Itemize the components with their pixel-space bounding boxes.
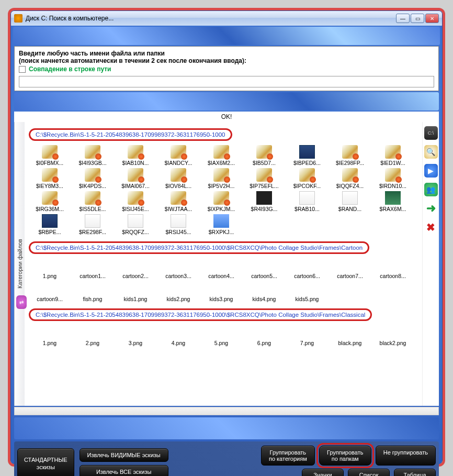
standard-thumbs-button[interactable]: СТАНДАРТНЫЕ эскизы xyxy=(17,448,74,476)
list-item[interactable]: cartoon1... xyxy=(72,258,114,279)
file-name: $ISIJ45E... xyxy=(115,206,156,212)
list-item[interactable]: $RQQFZ... xyxy=(115,214,156,235)
list-item[interactable]: cartoon4... xyxy=(200,258,242,279)
list-item[interactable]: black.png xyxy=(329,325,371,346)
list-item[interactable]: fish.png xyxy=(72,281,114,302)
list-item[interactable]: $IPCOKF... xyxy=(286,168,328,189)
list-item[interactable]: kids3.png xyxy=(200,281,242,302)
list-item[interactable]: $IP75EFL... xyxy=(243,168,285,189)
list-item[interactable]: $IMAI067... xyxy=(115,168,156,189)
thumbnail-icon xyxy=(299,281,315,295)
list-item[interactable]: $IQQFZ4... xyxy=(329,168,371,189)
file-name: kids1.png xyxy=(115,296,156,302)
list-item[interactable]: $I0FBMX... xyxy=(29,145,71,166)
group-path[interactable]: C:\$Recycle.Bin\S-1-5-21-2054839638-1709… xyxy=(29,241,369,254)
thumbnail-icon xyxy=(299,145,315,159)
file-name: $IEY8M3... xyxy=(29,183,71,189)
list-item[interactable]: $IRG36M... xyxy=(29,191,71,212)
list-item[interactable]: $IK4PDS... xyxy=(72,168,114,189)
group-by-folder-button[interactable]: Группировать по папкам xyxy=(319,446,371,466)
list-item[interactable]: $IB5D7... xyxy=(243,145,285,166)
thumb-grid: 1.pngcartoon1...cartoon2...cartoon3...ca… xyxy=(29,258,418,302)
list-item[interactable]: $IED1W... xyxy=(372,145,414,166)
group-by-category-button[interactable]: Группировать по категориям xyxy=(261,446,315,466)
delete-icon[interactable]: ✖ xyxy=(424,220,438,234)
list-item[interactable]: $IEY8M3... xyxy=(29,168,71,189)
list-item[interactable]: 4.png xyxy=(157,325,199,346)
match-path-checkbox[interactable] xyxy=(19,66,26,73)
list-item[interactable]: 5.png xyxy=(200,325,242,346)
list-item[interactable]: cartoon5... xyxy=(243,258,285,279)
extract-all-button[interactable]: Извлечь ВСЕ эскизы xyxy=(80,465,168,476)
search-input[interactable] xyxy=(19,76,434,87)
list-item[interactable]: $ISIJ45E... xyxy=(115,191,156,212)
list-item[interactable]: $IANDCY... xyxy=(157,145,199,166)
list-item[interactable]: $IAX6M2... xyxy=(200,145,242,166)
list-item[interactable]: $IS5DLE... xyxy=(72,191,114,212)
list-item[interactable]: $IP5V2H... xyxy=(200,168,242,189)
zoom-slider[interactable] xyxy=(14,407,439,415)
console-icon[interactable]: C:\ xyxy=(424,126,438,140)
list-item[interactable]: black2.png xyxy=(372,325,414,346)
view-table-button[interactable]: Таблица xyxy=(394,469,436,476)
close-button[interactable]: ✕ xyxy=(425,14,439,23)
list-item[interactable]: kids1.png xyxy=(115,281,156,302)
button-bar: СТАНДАРТНЫЕ эскизы Извлечь ВИДИМЫЕ эскиз… xyxy=(14,441,439,476)
forward-icon[interactable]: ➜ xyxy=(424,202,438,215)
list-item[interactable]: 2.png xyxy=(72,325,114,346)
categories-rail[interactable]: Категории файлов xyxy=(14,122,25,406)
list-item[interactable]: cartoon6... xyxy=(286,258,328,279)
list-item[interactable]: $IWJTAA... xyxy=(157,191,199,212)
list-item[interactable]: $IRDN10... xyxy=(372,168,414,189)
user-icon[interactable]: 👥 xyxy=(424,183,438,196)
list-item[interactable]: $IAB10N... xyxy=(115,145,156,166)
list-item[interactable]: cartoon8... xyxy=(372,258,414,279)
list-item[interactable]: $RXPKJ... xyxy=(200,214,242,235)
list-item[interactable]: kids5.png xyxy=(286,281,328,302)
list-item[interactable]: $I4I93GB... xyxy=(72,145,114,166)
list-item[interactable]: kids2.png xyxy=(157,281,199,302)
list-item[interactable]: $IXPKJM... xyxy=(200,191,242,212)
list-item[interactable]: kids4.png xyxy=(243,281,285,302)
list-item[interactable]: 7.png xyxy=(286,325,328,346)
list-item[interactable]: cartoon9... xyxy=(29,281,71,302)
view-icons-button[interactable]: Значки xyxy=(302,469,344,476)
list-item[interactable]: $IE298FP... xyxy=(329,145,371,166)
list-item[interactable]: $IOV84L... xyxy=(157,168,199,189)
thumbnail-icon xyxy=(171,281,186,295)
list-item[interactable]: 6.png xyxy=(243,325,285,346)
list-item[interactable]: cartoon7... xyxy=(329,258,371,279)
list-item[interactable]: $RSIJ45... xyxy=(157,214,199,235)
no-group-button[interactable]: Не группировать xyxy=(376,446,436,466)
group-path[interactable]: C:\$Recycle.Bin\S-1-5-21-2054839638-1709… xyxy=(29,308,372,321)
list-item[interactable]: cartoon2... xyxy=(115,258,156,279)
thumbnail-area[interactable]: C:\$Recycle.Bin\S-1-5-21-2054839638-1709… xyxy=(25,122,422,406)
list-item[interactable]: $RBPE... xyxy=(29,214,71,235)
file-name: cartoon8... xyxy=(372,273,414,279)
list-item[interactable]: $RAB10... xyxy=(286,191,328,212)
play-icon[interactable]: ▶ xyxy=(424,164,438,178)
list-item[interactable]: $R4I93G... xyxy=(243,191,285,212)
view-list-button[interactable]: Список xyxy=(348,469,390,476)
search-panel: Введите любую часть имени файла или папк… xyxy=(14,46,439,91)
file-name: $RAB10... xyxy=(286,206,328,212)
thumbnail-icon xyxy=(128,325,143,339)
minimize-button[interactable]: — xyxy=(396,14,410,23)
extract-visible-button[interactable]: Извлечь ВИДИМЫЕ эскизы xyxy=(80,448,168,462)
list-item[interactable]: 1.png xyxy=(29,325,71,346)
titlebar[interactable]: Диск C: Поиск в компьютере... — ▭ ✕ xyxy=(11,11,442,26)
status-bar: OK! xyxy=(14,112,439,122)
list-item[interactable]: $RE298F... xyxy=(72,214,114,235)
magnifier-icon[interactable]: 🔍 xyxy=(424,145,438,159)
list-item[interactable]: 1.png xyxy=(29,258,71,279)
maximize-button[interactable]: ▭ xyxy=(411,14,424,23)
list-item[interactable]: 3.png xyxy=(115,325,156,346)
thumbnail-icon xyxy=(85,145,100,159)
list-item[interactable]: cartoon3... xyxy=(157,258,199,279)
group-path[interactable]: C:\$Recycle.Bin\S-1-5-21-2054839638-1709… xyxy=(29,128,232,141)
file-name: 6.png xyxy=(243,340,285,346)
list-item[interactable]: $RAND... xyxy=(329,191,371,212)
list-item[interactable]: $RAX6M... xyxy=(372,191,414,212)
list-item[interactable]: $IBPED6... xyxy=(286,145,328,166)
file-name: black2.png xyxy=(372,340,414,346)
